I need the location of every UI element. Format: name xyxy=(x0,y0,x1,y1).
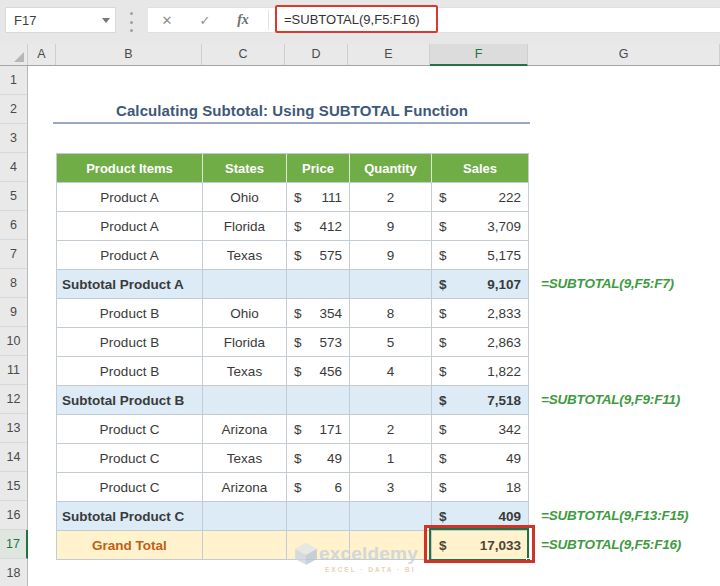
formula-input[interactable]: =SUBTOTAL(9,F5:F16) xyxy=(277,12,420,27)
row-header-14[interactable]: 14 xyxy=(0,443,27,472)
name-box[interactable]: F17 xyxy=(5,7,116,33)
price-cell[interactable]: $412 xyxy=(287,212,350,241)
empty-cell[interactable] xyxy=(287,270,350,299)
state-cell[interactable]: Arizona xyxy=(203,415,287,444)
state-cell[interactable]: Florida xyxy=(203,212,287,241)
sales-cell[interactable]: $222 xyxy=(432,183,529,212)
row-header-3[interactable]: 3 xyxy=(0,124,27,153)
table-header-quantity[interactable]: Quantity xyxy=(350,154,432,183)
empty-cell[interactable] xyxy=(287,386,350,415)
product-cell[interactable]: Product B xyxy=(57,328,203,357)
row-header-10[interactable]: 10 xyxy=(0,327,27,356)
row-header-18[interactable]: 18 xyxy=(0,559,27,586)
sales-cell[interactable]: $2,833 xyxy=(432,299,529,328)
table-header-product-items[interactable]: Product Items xyxy=(57,154,203,183)
select-all-button[interactable] xyxy=(0,44,28,65)
state-cell[interactable]: Texas xyxy=(203,444,287,473)
column-header-C[interactable]: C xyxy=(202,44,285,65)
state-cell[interactable]: Florida xyxy=(203,328,287,357)
row-header-15[interactable]: 15 xyxy=(0,472,27,501)
price-cell[interactable]: $171 xyxy=(287,415,350,444)
row-header-1[interactable]: 1 xyxy=(0,66,27,95)
insert-function-icon[interactable]: fx xyxy=(224,12,262,28)
quantity-cell[interactable]: 9 xyxy=(350,241,432,270)
column-header-E[interactable]: E xyxy=(348,44,430,65)
row-header-7[interactable]: 7 xyxy=(0,240,27,269)
sales-cell[interactable]: $2,863 xyxy=(432,328,529,357)
table-header-price[interactable]: Price xyxy=(287,154,350,183)
quantity-cell[interactable]: 2 xyxy=(350,183,432,212)
state-cell[interactable]: Arizona xyxy=(203,473,287,502)
column-header-B[interactable]: B xyxy=(56,44,202,65)
quantity-cell[interactable]: 3 xyxy=(350,473,432,502)
row-header-6[interactable]: 6 xyxy=(0,211,27,240)
empty-cell[interactable] xyxy=(287,502,350,531)
row-header-17[interactable]: 17 xyxy=(0,530,28,559)
quantity-cell[interactable]: 4 xyxy=(350,357,432,386)
subtotal-sales-cell[interactable]: $9,107 xyxy=(432,270,529,299)
price-cell[interactable]: $49 xyxy=(287,444,350,473)
product-cell[interactable]: Product B xyxy=(57,299,203,328)
state-cell[interactable]: Texas xyxy=(203,357,287,386)
empty-cell[interactable] xyxy=(203,531,287,560)
enter-icon[interactable]: ✓ xyxy=(186,13,224,28)
sales-cell[interactable]: $1,822 xyxy=(432,357,529,386)
state-cell[interactable]: Ohio xyxy=(203,299,287,328)
price-cell[interactable]: $6 xyxy=(287,473,350,502)
empty-cell[interactable] xyxy=(350,502,432,531)
product-cell[interactable]: Product C xyxy=(57,473,203,502)
empty-cell[interactable] xyxy=(203,270,287,299)
state-cell[interactable]: Texas xyxy=(203,241,287,270)
table-header-sales[interactable]: Sales xyxy=(432,154,529,183)
name-box-dropdown-icon[interactable] xyxy=(97,8,115,32)
price-cell[interactable]: $354 xyxy=(287,299,350,328)
state-cell[interactable]: Ohio xyxy=(203,183,287,212)
product-cell[interactable]: Product A xyxy=(57,212,203,241)
empty-cell[interactable] xyxy=(350,386,432,415)
product-cell[interactable]: Product B xyxy=(57,357,203,386)
quantity-cell[interactable]: 5 xyxy=(350,328,432,357)
subtotal-label-cell[interactable]: Subtotal Product A xyxy=(57,270,203,299)
sales-cell[interactable]: $18 xyxy=(432,473,529,502)
price-cell[interactable]: $456 xyxy=(287,357,350,386)
sales-cell[interactable]: $49 xyxy=(432,444,529,473)
row-header-9[interactable]: 9 xyxy=(0,298,27,327)
product-cell[interactable]: Product C xyxy=(57,415,203,444)
cancel-icon[interactable]: ✕ xyxy=(148,13,186,28)
sheet-area[interactable]: Calculating Subtotal: Using SUBTOTAL Fun… xyxy=(28,66,720,586)
empty-cell[interactable] xyxy=(203,386,287,415)
grand-label-cell[interactable]: Grand Total xyxy=(57,531,203,560)
quantity-cell[interactable]: 2 xyxy=(350,415,432,444)
product-cell[interactable]: Product A xyxy=(57,183,203,212)
table-header-states[interactable]: States xyxy=(203,154,287,183)
product-cell[interactable]: Product A xyxy=(57,241,203,270)
row-header-11[interactable]: 11 xyxy=(0,356,27,385)
column-header-G[interactable]: G xyxy=(528,44,720,65)
sales-cell[interactable]: $5,175 xyxy=(432,241,529,270)
fill-handle[interactable] xyxy=(526,558,531,563)
quantity-cell[interactable]: 9 xyxy=(350,212,432,241)
price-cell[interactable]: $573 xyxy=(287,328,350,357)
subtotal-sales-cell[interactable]: $409 xyxy=(432,502,529,531)
column-header-D[interactable]: D xyxy=(285,44,348,65)
row-header-8[interactable]: 8 xyxy=(0,269,27,298)
row-header-16[interactable]: 16 xyxy=(0,501,27,530)
empty-cell[interactable] xyxy=(350,270,432,299)
row-header-12[interactable]: 12 xyxy=(0,385,27,414)
row-header-5[interactable]: 5 xyxy=(0,182,27,211)
sales-cell[interactable]: $3,709 xyxy=(432,212,529,241)
empty-cell[interactable] xyxy=(203,502,287,531)
quantity-cell[interactable]: 1 xyxy=(350,444,432,473)
product-cell[interactable]: Product C xyxy=(57,444,203,473)
column-header-F[interactable]: F xyxy=(430,44,528,66)
subtotal-sales-cell[interactable]: $7,518 xyxy=(432,386,529,415)
price-cell[interactable]: $111 xyxy=(287,183,350,212)
price-cell[interactable]: $575 xyxy=(287,241,350,270)
quantity-cell[interactable]: 8 xyxy=(350,299,432,328)
row-header-13[interactable]: 13 xyxy=(0,414,27,443)
column-header-A[interactable]: A xyxy=(28,44,56,65)
sales-cell[interactable]: $342 xyxy=(432,415,529,444)
subtotal-label-cell[interactable]: Subtotal Product B xyxy=(57,386,203,415)
row-header-4[interactable]: 4 xyxy=(0,153,27,182)
subtotal-label-cell[interactable]: Subtotal Product C xyxy=(57,502,203,531)
